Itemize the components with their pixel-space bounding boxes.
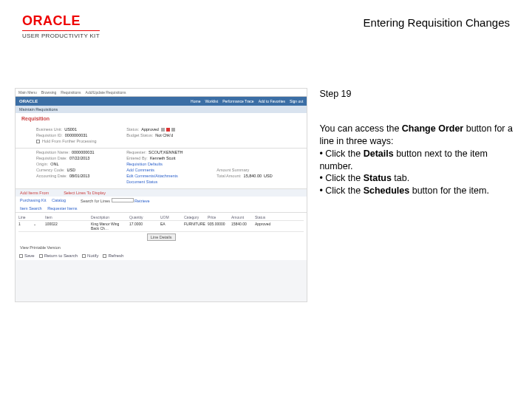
notify-icon <box>82 254 86 258</box>
content: Main Menu Browsing Requisitions Add/Upda… <box>0 44 532 302</box>
col-header: UOM <box>160 215 183 219</box>
field-value: US001 <box>64 127 77 132</box>
text: • Click the <box>319 149 363 159</box>
go-button: Retrieve <box>134 199 149 203</box>
cell: EA <box>160 222 183 231</box>
panel-title: Requisition <box>16 113 307 124</box>
link-text: Item Search <box>20 206 42 211</box>
cell: King Manor Wing Back Ch… <box>91 222 128 231</box>
foot-button: Notify <box>87 253 98 258</box>
nav-link: Worklist <box>205 99 218 103</box>
field-label: Business Unit: <box>36 127 62 132</box>
app-menu-bar: Main Menu Browsing Requisitions Add/Upda… <box>16 89 307 97</box>
foot-button: Return to Search <box>44 253 78 258</box>
cell: Approved <box>255 222 277 231</box>
field-label: Accounting Date: <box>36 174 67 178</box>
col-header: Status <box>255 215 277 219</box>
text: tab. <box>392 173 409 183</box>
step-label: Step 19 <box>319 88 517 100</box>
link-text: Add Comments <box>126 168 154 172</box>
col-header: Item <box>45 215 89 219</box>
field-value: 08/01/2013 <box>69 174 90 178</box>
brand-logo: ORACLE <box>19 99 38 103</box>
field-value: USD <box>67 168 76 172</box>
field-label: Hold From Further Processing <box>42 139 97 143</box>
col-header: Quantity <box>129 215 159 219</box>
nav-link: Home <box>191 99 200 103</box>
save-icon <box>19 254 23 258</box>
link-text: Edit Comments/Attachments <box>126 174 178 178</box>
logo-block: ORACLE USER PRODUCTIVITY KIT <box>22 13 100 39</box>
nav-link: Performance Trace <box>222 99 254 103</box>
field-value: 07/22/2013 <box>69 156 90 160</box>
field-value: SCOUT,KENNETH <box>149 150 183 154</box>
field-value: 0000000031 <box>72 150 95 154</box>
field-value: 0000000031 <box>65 133 88 137</box>
page-title: Entering Requisition Changes <box>364 16 510 29</box>
return-icon <box>39 254 43 258</box>
field-label: Origin: <box>36 162 48 166</box>
link-text: Requisition Defaults <box>126 162 163 166</box>
bold-text: Schedules <box>364 185 410 196</box>
instructions-panel: Step 19 You can access the Change Order … <box>319 88 517 302</box>
line-details-button: Line Details <box>147 233 176 241</box>
form-area: Business Unit:US001 Status:Approved Requ… <box>16 124 307 148</box>
field-label: Search for Lines <box>81 199 110 203</box>
hold-icon <box>171 128 175 132</box>
field-label: Requester: <box>126 150 146 154</box>
line-grid: Line Item Description Quantity UOM Categ… <box>16 213 307 244</box>
cancel-icon <box>166 128 170 132</box>
cell: 935.00000 <box>208 222 230 231</box>
foot-button: Refresh <box>108 253 123 258</box>
text: button for the item. <box>409 185 489 196</box>
link-text: Catalog <box>52 198 66 202</box>
checkbox-icon <box>36 140 40 143</box>
bold-text: Status <box>364 173 392 183</box>
col-header <box>33 215 44 219</box>
section-label: Select Lines To Display <box>64 191 106 195</box>
nav-link: Sign out <box>290 99 303 103</box>
cell: 100022 <box>45 222 89 231</box>
field-value: Not Chk'd <box>155 133 173 137</box>
field-label: Entered By: <box>126 156 148 160</box>
field-value: ONL <box>50 162 58 166</box>
text: • Click the <box>319 173 363 183</box>
text: You can access the <box>319 123 401 134</box>
field-value: Kenneth Scott <box>150 156 176 160</box>
grid-header-row: Line Item Description Quantity UOM Categ… <box>18 214 304 221</box>
field-label: Requisition ID: <box>36 133 63 137</box>
refresh-icon <box>103 254 106 258</box>
app-tab: Add/Update Requisitions <box>86 90 126 95</box>
field-value: USD <box>264 174 273 178</box>
app-tab: Main Menu <box>18 90 37 95</box>
breadcrumb: Maintain Requisitions <box>16 106 307 113</box>
footer-buttons: Save Return to Search Notify Refresh <box>16 251 307 260</box>
link-text: Purchasing Kit <box>20 198 46 202</box>
foot-button: Save <box>24 253 35 258</box>
cell: 1 <box>18 222 32 231</box>
link-text: Document Status <box>126 180 157 184</box>
header: ORACLE USER PRODUCTIVITY KIT Entering Re… <box>0 0 532 44</box>
field-label: Budget Status: <box>126 133 153 137</box>
search-input <box>112 198 134 202</box>
approve-icon <box>161 128 165 132</box>
details-icon: ⌄ <box>33 222 44 231</box>
cell: 17.0000 <box>129 222 159 231</box>
printable-link: View Printable Version <box>16 244 307 251</box>
text: • Click the <box>319 185 363 196</box>
col-header: Description <box>91 215 128 219</box>
app-tab: Browsing <box>41 90 57 95</box>
col-header: Price <box>208 215 230 219</box>
field-label: Currency Code: <box>36 168 65 172</box>
grid-row: 1 ⌄ 100022 King Manor Wing Back Ch… 17.0… <box>18 221 304 232</box>
link-text: Requester Items <box>47 206 77 211</box>
nav-link: Add to Favorites <box>259 99 285 103</box>
field-label: Amount Summary <box>216 168 249 172</box>
bold-text: Change Order <box>402 123 463 134</box>
middle-band: Add Items From Select Lines To Display <box>16 189 307 197</box>
col-header: Line <box>18 215 32 219</box>
col-header: Category <box>184 215 206 219</box>
field-label: Requisition Name: <box>36 150 69 154</box>
field-value: Approved <box>141 127 159 132</box>
cell: FURNITURE <box>184 222 206 231</box>
